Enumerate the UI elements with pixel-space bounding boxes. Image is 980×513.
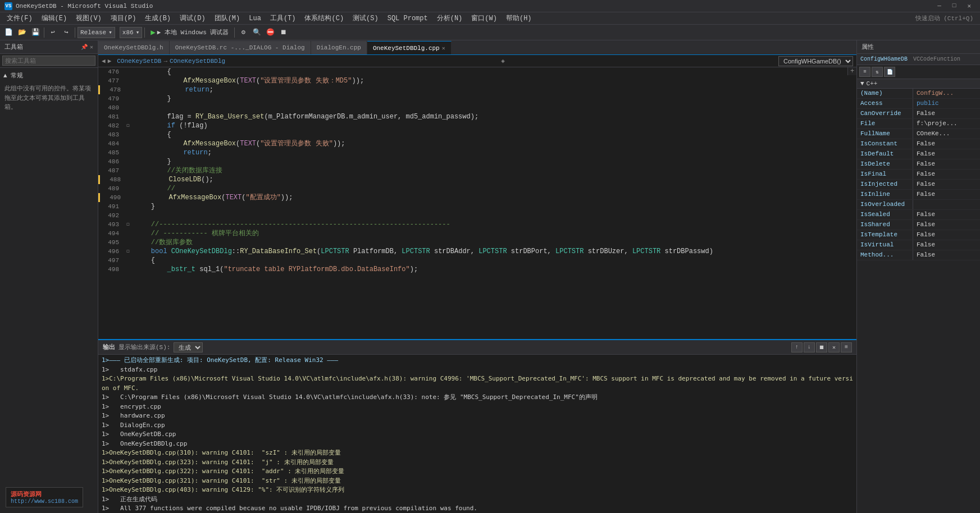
code-editor[interactable]: 476 { 477 AfxMessageBox(TEXT("设置管理员参数 失败… [98, 67, 856, 339]
quick-launch[interactable]: 快速启动 (Ctrl+Q) [915, 14, 978, 22]
toolbox-close[interactable]: ✕ [90, 44, 93, 51]
output-line: 1> DialogEn.cpp [102, 421, 853, 430]
redo-btn[interactable]: ↪ [60, 26, 72, 39]
menu-sqlprompt[interactable]: SQL Prompt [383, 13, 432, 24]
tab-2[interactable]: DialogEn.cpp [311, 41, 367, 54]
menu-project[interactable]: 项目(P) [106, 12, 141, 24]
window-controls[interactable]: — □ ✕ [933, 2, 976, 10]
toolbox-controls[interactable]: 📌 ✕ [81, 44, 93, 51]
code-line-492: 492 [98, 211, 856, 220]
code-line-480: 480 [98, 103, 856, 112]
collapse-482[interactable]: ◻ [126, 121, 129, 130]
menu-file[interactable]: 文件(F) [2, 12, 37, 24]
tb-btn2[interactable]: 🔍 [250, 26, 263, 39]
output-line: 1>OneKeySetDBDlg.cpp(310): warning C4101… [102, 448, 853, 458]
output-line: 1> stdafx.cpp [102, 365, 853, 375]
nav-bar: ◀ ▶ COneKeySetDB → COneKeySetDBDlg ◈ Con… [98, 55, 856, 67]
editor-main-container: 476 { 477 AfxMessageBox(TEXT("设置管理员参数 失败… [98, 67, 856, 339]
menu-debug[interactable]: 调试(D) [175, 12, 210, 24]
save-btn[interactable]: 💾 [29, 26, 42, 39]
props-row-value: f:\proje... [913, 119, 980, 129]
scroll-add[interactable]: + [847, 67, 856, 75]
props-row-value: public [913, 99, 980, 108]
output-btn3[interactable]: ⏹ [816, 342, 827, 352]
props-row: IsFinalFalse [857, 170, 980, 180]
menu-tools[interactable]: 工具(T) [266, 12, 300, 24]
output-btn4[interactable]: ✕ [828, 342, 840, 352]
props-row: CanOverrideFalse [857, 109, 980, 119]
toolbar: 📄 📂 💾 ↩ ↪ Release ▾ x86 ▾ ▶ ▶ 本地 Windows… [0, 25, 980, 40]
tab-3[interactable]: OneKeySetDBDlg.cpp ✕ [367, 41, 452, 54]
tb-btn3[interactable]: ⛔ [264, 26, 276, 39]
menu-team[interactable]: 团队(M) [210, 12, 245, 24]
menu-arch[interactable]: 体系结构(C) [300, 12, 348, 24]
minimize-btn[interactable]: — [933, 2, 946, 10]
toolbox-pin[interactable]: 📌 [81, 44, 88, 51]
menu-test[interactable]: 测试(S) [348, 12, 383, 24]
menu-lua[interactable]: Lua [244, 13, 266, 24]
props-row: (Name)ConfigW... [857, 89, 980, 99]
output-line: 1>OneKeySetDBDlg.cpp(321): warning C4101… [102, 477, 853, 486]
output-btn5[interactable]: ≡ [841, 342, 852, 352]
nav-method-dropdown[interactable]: ConfigWHGameDB() [778, 56, 853, 66]
output-source-select[interactable]: 生成 [174, 342, 203, 352]
nav-file[interactable]: COneKeySetDBDlg [170, 58, 225, 65]
output-line: 1>OneKeySetDBDlg.cpp(323): warning C4101… [102, 458, 853, 468]
tab-0[interactable]: OneKeySetDBDlg.h [98, 41, 170, 54]
toolbox-search-input[interactable] [2, 56, 95, 66]
code-line-497: 497 { [98, 256, 856, 265]
undo-btn[interactable]: ↩ [47, 26, 59, 39]
props-row-value: False [913, 190, 980, 199]
output-content[interactable]: 1>——— 已启动全部重新生成: 项目: OneKeySetDB, 配置: Re… [98, 355, 856, 513]
platform-dropdown[interactable]: x86 ▾ [120, 27, 142, 38]
nav-sep1: → [163, 58, 167, 65]
nav-project[interactable]: COneKeySetDB [117, 58, 161, 65]
menu-analyze[interactable]: 分析(N) [432, 12, 467, 24]
editor-area: OneKeySetDBDlg.h OneKeySetDB.rc -..._DIA… [98, 40, 856, 513]
tab-1[interactable]: OneKeySetDB.rc -..._DIALOG - Dialog [170, 41, 311, 54]
props-row: IsVirtualFalse [857, 240, 980, 250]
toolbox-section-general-header[interactable]: ▲ 常规 [0, 70, 98, 81]
tab-3-close[interactable]: ✕ [442, 45, 445, 52]
nav-arrow-left[interactable]: ◀ [102, 57, 106, 65]
collapse-496[interactable]: ◻ [126, 247, 129, 256]
menu-help[interactable]: 帮助(H) [502, 12, 536, 24]
props-header: 属性 [857, 40, 980, 54]
props-page-btn[interactable]: 📄 [884, 67, 895, 77]
collapse-493[interactable]: ◻ [126, 220, 129, 229]
tb-btn1[interactable]: ⚙ [237, 26, 249, 39]
props-row-value: False [913, 250, 980, 260]
open-btn[interactable]: 📂 [16, 26, 28, 39]
toolbox-search-box [0, 54, 98, 68]
sep1 [44, 28, 44, 38]
debug-btn[interactable]: ▶ ▶ 本地 Windows 调试器 [147, 26, 232, 38]
output-line: 1> OneKeySetDB.cpp [102, 430, 853, 439]
props-row-name: IsDefault [857, 149, 913, 159]
configuration-dropdown[interactable]: Release ▾ [78, 27, 115, 38]
nav-diamond: ◈ [501, 57, 505, 65]
props-row-value: False [913, 139, 980, 149]
props-sort-btn[interactable]: ⇅ [872, 67, 883, 77]
props-object-type: VCCodeFunction [913, 56, 960, 62]
code-line-496: 496 ◻ bool COneKeySetDBDlg::RY_DataBaseI… [98, 247, 856, 256]
watermark-line1: 源码资源网 [11, 490, 78, 498]
output-btn1[interactable]: ↑ [791, 342, 803, 352]
maximize-btn[interactable]: □ [948, 2, 961, 10]
output-line: 1>C:\Program Files (x86)\Microsoft Visua… [102, 374, 853, 393]
output-btn2[interactable]: ↓ [804, 342, 815, 352]
nav-arrow-right[interactable]: ▶ [108, 57, 112, 65]
main-area: 工具箱 📌 ✕ ▲ 常规 此组中没有可用的控件。将某项拖至此文本可将其添加到工具… [0, 40, 980, 513]
output-source-label: 显示输出来源(S): [118, 343, 170, 351]
props-cat-btn[interactable]: ≡ [859, 67, 870, 77]
code-line-478: 478 return; [98, 85, 856, 94]
tb-btn4[interactable]: ⏹ [277, 26, 290, 39]
code-line-484: 484 AfxMessageBox(TEXT("设置管理员参数 失败")); [98, 139, 856, 148]
props-title: 属性 [862, 43, 874, 51]
props-section-cpp-header[interactable]: ▼ C++ [857, 79, 980, 89]
menu-build[interactable]: 生成(B) [140, 12, 175, 24]
close-btn[interactable]: ✕ [963, 2, 976, 10]
menu-view[interactable]: 视图(V) [71, 12, 106, 24]
new-btn[interactable]: 📄 [2, 26, 15, 39]
menu-edit[interactable]: 编辑(E) [37, 12, 72, 24]
menu-window[interactable]: 窗口(W) [467, 12, 502, 24]
